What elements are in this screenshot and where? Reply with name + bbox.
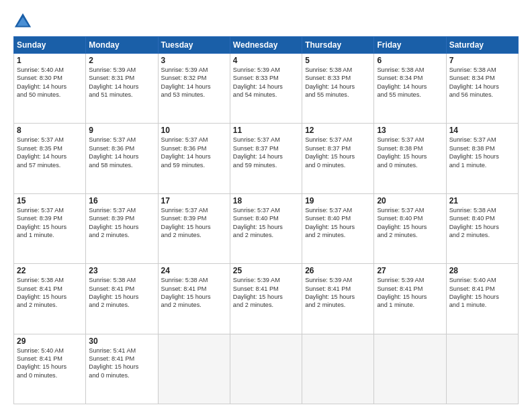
- calendar-cell: 23Sunrise: 5:38 AM Sunset: 8:41 PM Dayli…: [86, 264, 158, 334]
- calendar-header-saturday: Saturday: [446, 37, 518, 54]
- calendar-cell: 1Sunrise: 5:40 AM Sunset: 8:30 PM Daylig…: [14, 54, 86, 124]
- day-number: 30: [89, 336, 154, 346]
- calendar-header-tuesday: Tuesday: [158, 37, 230, 54]
- day-number: 14: [449, 126, 515, 135]
- day-number: 11: [233, 126, 299, 135]
- calendar-cell: 14Sunrise: 5:37 AM Sunset: 8:38 PM Dayli…: [446, 124, 518, 193]
- calendar-week-row: 22Sunrise: 5:38 AM Sunset: 8:41 PM Dayli…: [14, 264, 519, 334]
- day-info: Sunrise: 5:39 AM Sunset: 8:31 PM Dayligh…: [89, 66, 154, 99]
- calendar-cell: [446, 334, 518, 404]
- day-info: Sunrise: 5:37 AM Sunset: 8:40 PM Dayligh…: [377, 206, 443, 240]
- day-info: Sunrise: 5:37 AM Sunset: 8:36 PM Dayligh…: [89, 136, 154, 169]
- day-info: Sunrise: 5:38 AM Sunset: 8:34 PM Dayligh…: [449, 66, 515, 99]
- day-number: 3: [161, 56, 227, 65]
- calendar-cell: 6Sunrise: 5:38 AM Sunset: 8:34 PM Daylig…: [374, 54, 446, 124]
- page: SundayMondayTuesdayWednesdayThursdayFrid…: [0, 0, 532, 411]
- day-info: Sunrise: 5:40 AM Sunset: 8:41 PM Dayligh…: [449, 276, 515, 310]
- day-number: 24: [161, 266, 227, 275]
- calendar-cell: 28Sunrise: 5:40 AM Sunset: 8:41 PM Dayli…: [446, 264, 518, 334]
- calendar-cell: 25Sunrise: 5:39 AM Sunset: 8:41 PM Dayli…: [230, 264, 302, 334]
- day-number: 2: [89, 56, 154, 65]
- day-info: Sunrise: 5:37 AM Sunset: 8:39 PM Dayligh…: [17, 206, 83, 240]
- calendar-header-friday: Friday: [374, 37, 446, 54]
- day-number: 1: [17, 56, 83, 65]
- day-number: 27: [377, 266, 443, 275]
- calendar-cell: [230, 334, 302, 404]
- calendar-cell: 4Sunrise: 5:39 AM Sunset: 8:33 PM Daylig…: [230, 54, 302, 124]
- calendar-cell: 20Sunrise: 5:37 AM Sunset: 8:40 PM Dayli…: [374, 193, 446, 263]
- day-number: 17: [161, 196, 227, 205]
- day-info: Sunrise: 5:38 AM Sunset: 8:40 PM Dayligh…: [449, 206, 515, 240]
- calendar-cell: 10Sunrise: 5:37 AM Sunset: 8:36 PM Dayli…: [158, 124, 230, 193]
- day-info: Sunrise: 5:37 AM Sunset: 8:36 PM Dayligh…: [161, 136, 227, 169]
- calendar-cell: 21Sunrise: 5:38 AM Sunset: 8:40 PM Dayli…: [446, 193, 518, 263]
- day-info: Sunrise: 5:37 AM Sunset: 8:39 PM Dayligh…: [89, 206, 154, 240]
- day-number: 25: [233, 266, 299, 275]
- day-number: 9: [89, 126, 154, 135]
- calendar-cell: 2Sunrise: 5:39 AM Sunset: 8:31 PM Daylig…: [86, 54, 158, 124]
- day-number: 15: [17, 196, 83, 205]
- day-number: 4: [233, 56, 299, 65]
- calendar-cell: [302, 334, 374, 404]
- calendar-cell: 15Sunrise: 5:37 AM Sunset: 8:39 PM Dayli…: [14, 193, 86, 263]
- calendar-header-sunday: Sunday: [14, 37, 86, 54]
- calendar-cell: 17Sunrise: 5:37 AM Sunset: 8:39 PM Dayli…: [158, 193, 230, 263]
- calendar-week-row: 15Sunrise: 5:37 AM Sunset: 8:39 PM Dayli…: [14, 193, 519, 263]
- calendar-cell: 7Sunrise: 5:38 AM Sunset: 8:34 PM Daylig…: [446, 54, 518, 124]
- day-info: Sunrise: 5:38 AM Sunset: 8:41 PM Dayligh…: [161, 276, 227, 310]
- day-number: 10: [161, 126, 227, 135]
- calendar-cell: 22Sunrise: 5:38 AM Sunset: 8:41 PM Dayli…: [14, 264, 86, 334]
- calendar-cell: 26Sunrise: 5:39 AM Sunset: 8:41 PM Dayli…: [302, 264, 374, 334]
- calendar-week-row: 8Sunrise: 5:37 AM Sunset: 8:35 PM Daylig…: [14, 124, 519, 193]
- day-number: 22: [17, 266, 83, 275]
- day-info: Sunrise: 5:37 AM Sunset: 8:40 PM Dayligh…: [233, 206, 299, 240]
- day-number: 13: [377, 126, 443, 135]
- day-info: Sunrise: 5:37 AM Sunset: 8:40 PM Dayligh…: [305, 206, 371, 240]
- logo: [13, 12, 35, 31]
- calendar-header-thursday: Thursday: [302, 37, 374, 54]
- day-info: Sunrise: 5:38 AM Sunset: 8:41 PM Dayligh…: [17, 276, 83, 310]
- calendar-header-monday: Monday: [86, 37, 158, 54]
- calendar-cell: [374, 334, 446, 404]
- day-info: Sunrise: 5:39 AM Sunset: 8:32 PM Dayligh…: [161, 66, 227, 99]
- header: [13, 12, 519, 31]
- day-number: 6: [377, 56, 443, 65]
- calendar-cell: 30Sunrise: 5:41 AM Sunset: 8:41 PM Dayli…: [86, 334, 158, 404]
- day-number: 16: [89, 196, 154, 205]
- day-number: 26: [305, 266, 371, 275]
- day-info: Sunrise: 5:37 AM Sunset: 8:37 PM Dayligh…: [305, 136, 371, 169]
- calendar-cell: 13Sunrise: 5:37 AM Sunset: 8:38 PM Dayli…: [374, 124, 446, 193]
- day-info: Sunrise: 5:38 AM Sunset: 8:34 PM Dayligh…: [377, 66, 443, 99]
- calendar-cell: 9Sunrise: 5:37 AM Sunset: 8:36 PM Daylig…: [86, 124, 158, 193]
- day-number: 23: [89, 266, 154, 275]
- calendar-cell: [158, 334, 230, 404]
- calendar-week-row: 29Sunrise: 5:40 AM Sunset: 8:41 PM Dayli…: [14, 334, 519, 404]
- calendar-cell: 18Sunrise: 5:37 AM Sunset: 8:40 PM Dayli…: [230, 193, 302, 263]
- day-info: Sunrise: 5:37 AM Sunset: 8:37 PM Dayligh…: [233, 136, 299, 169]
- calendar-cell: 12Sunrise: 5:37 AM Sunset: 8:37 PM Dayli…: [302, 124, 374, 193]
- day-number: 5: [305, 56, 371, 65]
- calendar-header-row: SundayMondayTuesdayWednesdayThursdayFrid…: [14, 37, 519, 54]
- day-info: Sunrise: 5:40 AM Sunset: 8:30 PM Dayligh…: [17, 66, 83, 99]
- calendar-week-row: 1Sunrise: 5:40 AM Sunset: 8:30 PM Daylig…: [14, 54, 519, 124]
- calendar-cell: 24Sunrise: 5:38 AM Sunset: 8:41 PM Dayli…: [158, 264, 230, 334]
- calendar-header-wednesday: Wednesday: [230, 37, 302, 54]
- day-number: 8: [17, 126, 83, 135]
- logo-icon: [13, 12, 32, 31]
- day-info: Sunrise: 5:40 AM Sunset: 8:41 PM Dayligh…: [17, 347, 83, 380]
- calendar-cell: 19Sunrise: 5:37 AM Sunset: 8:40 PM Dayli…: [302, 193, 374, 263]
- calendar-cell: 3Sunrise: 5:39 AM Sunset: 8:32 PM Daylig…: [158, 54, 230, 124]
- day-info: Sunrise: 5:37 AM Sunset: 8:35 PM Dayligh…: [17, 136, 83, 169]
- calendar-cell: 8Sunrise: 5:37 AM Sunset: 8:35 PM Daylig…: [14, 124, 86, 193]
- calendar-table: SundayMondayTuesdayWednesdayThursdayFrid…: [13, 36, 519, 404]
- day-number: 28: [449, 266, 515, 275]
- day-info: Sunrise: 5:38 AM Sunset: 8:33 PM Dayligh…: [305, 66, 371, 99]
- day-info: Sunrise: 5:39 AM Sunset: 8:41 PM Dayligh…: [377, 276, 443, 310]
- calendar-cell: 11Sunrise: 5:37 AM Sunset: 8:37 PM Dayli…: [230, 124, 302, 193]
- day-number: 12: [305, 126, 371, 135]
- calendar-cell: 27Sunrise: 5:39 AM Sunset: 8:41 PM Dayli…: [374, 264, 446, 334]
- calendar-cell: 29Sunrise: 5:40 AM Sunset: 8:41 PM Dayli…: [14, 334, 86, 404]
- day-info: Sunrise: 5:41 AM Sunset: 8:41 PM Dayligh…: [89, 347, 154, 380]
- day-info: Sunrise: 5:37 AM Sunset: 8:38 PM Dayligh…: [377, 136, 443, 169]
- day-info: Sunrise: 5:37 AM Sunset: 8:39 PM Dayligh…: [161, 206, 227, 240]
